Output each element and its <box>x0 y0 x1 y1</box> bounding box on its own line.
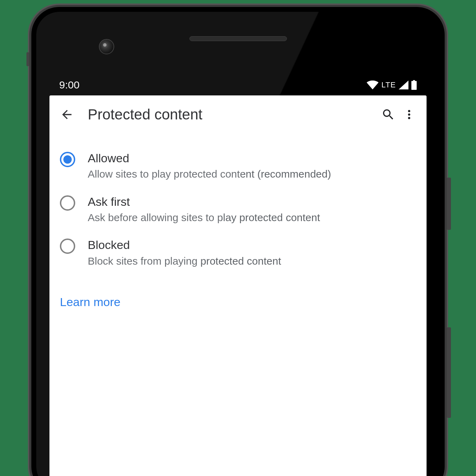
option-allowed[interactable]: Allowed Allow sites to play protected co… <box>56 144 420 188</box>
option-title: Ask first <box>88 194 416 209</box>
option-desc: Allow sites to play protected content (r… <box>88 167 416 181</box>
more-vert-icon <box>402 108 416 122</box>
search-icon <box>381 108 395 122</box>
learn-more-link[interactable]: Learn more <box>56 292 420 312</box>
network-label: LTE <box>381 80 396 89</box>
phone-side-button <box>26 52 29 66</box>
page-title: Protected content <box>88 106 378 123</box>
phone-power-button <box>447 178 451 230</box>
arrow-back-icon <box>60 108 74 122</box>
option-desc: Ask before allowing sites to play protec… <box>88 211 416 225</box>
option-blocked[interactable]: Blocked Block sites from playing protect… <box>56 231 420 274</box>
status-bar: 9:00 LTE <box>49 75 427 95</box>
phone-volume-button <box>447 327 451 418</box>
phone-frame: 9:00 LTE Protected content <box>31 7 445 476</box>
option-text: Ask first Ask before allowing sites to p… <box>88 194 416 225</box>
radio-selected-icon <box>60 152 75 167</box>
content-area: Allowed Allow sites to play protected co… <box>49 134 427 312</box>
option-title: Allowed <box>88 150 416 166</box>
status-icons: LTE <box>367 80 417 90</box>
radio-unselected-icon <box>60 195 75 211</box>
battery-icon <box>411 80 417 90</box>
phone-bezel: 9:00 LTE Protected content <box>36 12 440 476</box>
option-desc: Block sites from playing protected conte… <box>88 254 416 268</box>
phone-camera <box>99 39 114 54</box>
screen: Protected content Allowed Allow sites to… <box>49 95 427 476</box>
signal-icon <box>399 80 408 89</box>
back-button[interactable] <box>56 104 77 125</box>
radio-unselected-icon <box>60 239 75 254</box>
more-button[interactable] <box>399 104 420 125</box>
option-text: Allowed Allow sites to play protected co… <box>88 150 416 181</box>
option-title: Blocked <box>88 237 416 252</box>
status-time: 9:00 <box>59 79 79 91</box>
phone-speaker <box>189 36 287 41</box>
option-ask-first[interactable]: Ask first Ask before allowing sites to p… <box>56 188 420 231</box>
search-button[interactable] <box>378 104 399 125</box>
app-bar: Protected content <box>49 95 427 134</box>
option-text: Blocked Block sites from playing protect… <box>88 237 416 268</box>
wifi-icon <box>367 80 379 89</box>
